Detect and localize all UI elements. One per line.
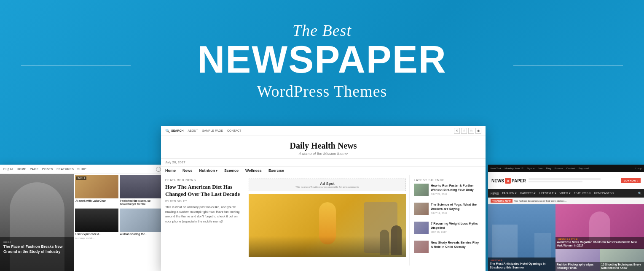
elipsa-item-1-badge: SAY HI — [76, 176, 86, 180]
n8p-main-image: LIFESTYLE The Most Anticipated Hotel Ope… — [488, 204, 555, 271]
dhc-sample-link[interactable]: SAMPLE PAGE — [202, 129, 223, 132]
n8p-news-text: NEWS — [491, 179, 504, 183]
elipsa-item-4-image — [120, 209, 163, 232]
n8p-contact: Contact — [566, 167, 575, 170]
dhc-nav-exercise[interactable]: Exercise — [268, 168, 284, 173]
dhc-nav-home[interactable]: Home — [165, 168, 176, 173]
dhc-social-icons: ✕ f ◻ ◉ — [454, 128, 481, 134]
n8p-side-item-2: Fashion Photography edges Ranking Funda — [555, 249, 600, 271]
dhc-nav-science[interactable]: Science — [224, 168, 239, 173]
dhc-search[interactable]: 🔍 SEARCH — [165, 129, 184, 133]
elipsa-logo: Elipsa — [3, 168, 13, 171]
n8p-header: NEWS 8 PAPER BUY NOW » — [488, 172, 644, 189]
n8p-eight-badge: 8 — [505, 178, 511, 184]
elipsa-nav-page: PAGE — [30, 168, 39, 171]
elipsa-item-1: SAY HI At work with Laila Chan — [75, 175, 118, 207]
elipsa-sidebar: SAY HI At work with Laila Chan I watched… — [74, 174, 164, 271]
elipsa-nav-posts: POSTS — [42, 168, 53, 171]
dhc-featured-title: How The American Diet Has Changed Over T… — [165, 184, 241, 198]
elipsa-item-2-image — [120, 175, 163, 198]
dhc-latest-text-2: The Science of Yoga: What the Doctors ar… — [431, 203, 481, 215]
theme-preview-daily-health: 🔍 SEARCH ABOUT SAMPLE PAGE CONTACT ✕ f ◻… — [161, 126, 486, 271]
n8p-nav-video[interactable]: VIDEO ▾ — [560, 192, 571, 195]
n8p-nav-lifestyle[interactable]: LIFESTYLE ▾ — [539, 192, 556, 195]
elipsa-item-3: User experience d... to change worldc... — [75, 209, 118, 239]
wp-themes-label: WordPress Themes — [0, 82, 644, 100]
n8p-signin: Sign In — [527, 167, 535, 170]
dhc-about-link[interactable]: ABOUT — [188, 129, 198, 132]
dhc-ad-title: Ad Spot — [320, 182, 335, 186]
elipsa-main-title: The Face of Fashion Breaks New Ground in… — [3, 244, 70, 254]
n8p-trending-badge: TRENDING NOW — [491, 199, 513, 203]
n8p-side-overlay-2: Fashion Photography edges Ranking Funda — [555, 262, 600, 271]
elipsa-topbar: Elipsa HOME PAGE POSTS FEATURES SHOP — [0, 165, 164, 174]
dhc-site-title: Daily Health News — [161, 141, 486, 151]
n8p-nav-news[interactable]: NEWS — [491, 192, 499, 195]
elipsa-nav-shop: SHOP — [77, 168, 86, 171]
dhc-nav-nutrition[interactable]: Nutrition — [199, 168, 217, 173]
dhc-site-header: Daily Health News A demo of the Mission … — [161, 136, 486, 159]
dhc-center-col: Ad Spot This is one of 5 widget areas av… — [245, 175, 410, 266]
n8p-nav-features[interactable]: FEATURES ▾ — [574, 192, 591, 195]
n8p-nav-fashion[interactable]: FASHION ▾ — [502, 192, 517, 195]
elipsa-main-image: oct /19 The Face of Fashion Breaks New G… — [0, 174, 74, 271]
elipsa-item-4: 4 ideas sharing the... — [120, 209, 163, 239]
dhc-ad-subtitle: This is one of 5 widget areas available … — [295, 186, 359, 188]
n8p-nav: NEWS FASHION ▾ GADGETS ▾ LIFESTYLE ▾ VID… — [488, 189, 644, 198]
n8p-buynow: Buy now! — [578, 167, 589, 170]
dhc-featured-excerpt: This is what an ordinary post looks like… — [165, 205, 241, 224]
n8p-side-title-2: Fashion Photography edges Ranking Funda — [557, 263, 598, 270]
dhc-topbar: 🔍 SEARCH ABOUT SAMPLE PAGE CONTACT ✕ f ◻… — [161, 126, 486, 136]
n8p-side-title-3: 15 Shooting Techniques Every Man Needs t… — [601, 263, 643, 270]
dhc-latest-thumb-2 — [414, 203, 429, 215]
dhc-body: FEATURED NEWS How The American Diet Has … — [161, 175, 486, 266]
dhc-contact-link[interactable]: CONTACT — [227, 129, 241, 132]
podcast-icon[interactable]: ◉ — [475, 128, 481, 134]
dhc-nav-news[interactable]: News — [182, 168, 193, 173]
n8p-paper-text: PAPER — [512, 179, 526, 183]
dhc-featured-label: FEATURED NEWS — [165, 179, 241, 182]
elipsa-grid: SAY HI At work with Laila Chan I watched… — [74, 174, 164, 241]
n8p-social-links: f t v y — [636, 167, 641, 170]
n8p-nav-homepages[interactable]: HOMEPAGES ▾ — [594, 192, 614, 195]
dhc-nav-wellness[interactable]: Wellness — [245, 168, 262, 173]
elipsa-item-2-caption: I watched the storm, so beautiful yet te… — [120, 198, 163, 207]
elipsa-item-3-image — [75, 209, 118, 232]
n8p-location: New York — [491, 167, 501, 170]
elipsa-search-icon[interactable] — [156, 167, 161, 172]
n8p-trending-bar: TRENDING NOW Top fashion designers wear … — [488, 198, 644, 204]
the-best-label: The Best — [0, 21, 644, 40]
n8p-topbar: New York Monday June 12 Sign In Join Blo… — [488, 165, 644, 172]
dhc-latest-item-4: New Study Reveals Berries Play A Role In… — [414, 241, 481, 256]
dhc-latest-item-2: The Science of Yoga: What the Doctors ar… — [414, 203, 481, 218]
dhc-latest-thumb-4 — [414, 241, 429, 253]
n8p-side-overlay-1: LIFESTYLE & STYLE WordPress News Magazin… — [555, 237, 644, 249]
n8p-buy-button[interactable]: BUY NOW » — [621, 178, 641, 183]
n8p-trending-text: Top fashion designers wear their own clo… — [514, 200, 567, 202]
dhc-latest-thumb-1 — [414, 184, 429, 196]
n8p-tagline — [529, 178, 619, 183]
n8p-content: LIFESTYLE The Most Anticipated Hotel Ope… — [488, 204, 644, 271]
dhc-latest-thumb-3 — [414, 222, 429, 234]
dhc-latest-text-4: New Study Reveals Berries Play A Role In… — [431, 241, 481, 253]
n8p-date: Monday June 12 — [504, 167, 523, 170]
n8p-side-item-3: 15 Shooting Techniques Every Man Needs t… — [600, 249, 644, 271]
newspaper-label: NEWSPAPER — [0, 41, 644, 79]
n8p-side-title-1: WordPress News Magazine Charts the Most … — [557, 241, 643, 247]
dhc-latest-item-1: How to Run Faster & Further Without Stra… — [414, 184, 481, 199]
twitter-icon[interactable]: ✕ — [454, 128, 460, 134]
elipsa-content: oct /19 The Face of Fashion Breaks New G… — [0, 174, 164, 271]
dhc-site-tagline: A demo of the Mission theme — [161, 152, 486, 156]
n8p-side-item-1: LIFESTYLE & STYLE WordPress News Magazin… — [555, 204, 644, 249]
n8p-main-overlay: LIFESTYLE The Most Anticipated Hotel Ope… — [488, 257, 555, 271]
n8p-search-icon[interactable]: 🔍 — [638, 192, 641, 195]
n8p-bottom-row: Fashion Photography edges Ranking Funda … — [555, 249, 644, 271]
elipsa-nav-home: HOME — [17, 168, 27, 171]
n8p-logo: NEWS 8 PAPER — [491, 178, 526, 184]
n8p-main-title: The Most Anticipated Hotel Openings in S… — [490, 262, 554, 269]
n8p-side-column: LIFESTYLE & STYLE WordPress News Magazin… — [555, 204, 644, 271]
n8p-nav-gadgets[interactable]: GADGETS ▾ — [520, 192, 536, 195]
instagram-icon[interactable]: ◻ — [468, 128, 474, 134]
facebook-icon[interactable]: f — [461, 128, 467, 134]
n8p-forums: Forums — [554, 167, 563, 170]
